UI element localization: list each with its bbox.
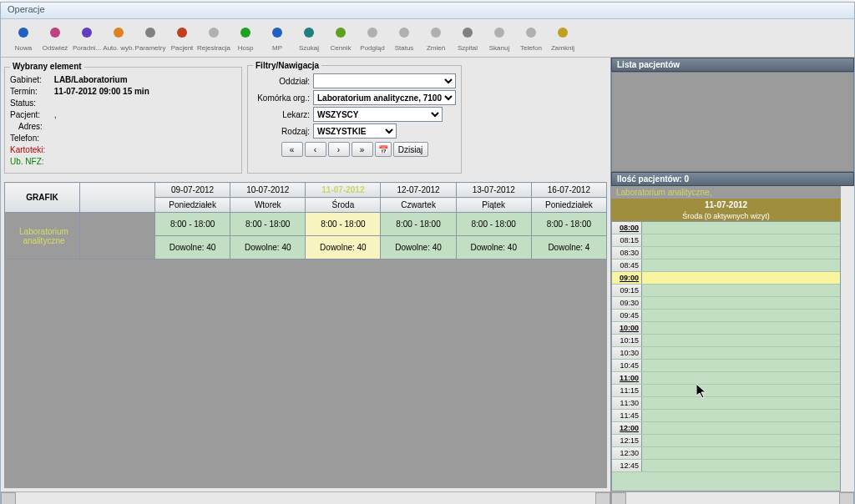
nav-next-day-button[interactable]: › <box>328 142 350 157</box>
svg-point-5 <box>177 28 187 38</box>
today-button[interactable]: Dzisiaj <box>393 142 428 157</box>
time-slot[interactable]: 09:00 <box>612 272 840 285</box>
time-slot[interactable]: 12:30 <box>612 447 840 460</box>
skanuj-button[interactable]: Skanuj <box>483 21 515 56</box>
hosp-button[interactable]: Hosp <box>230 21 261 56</box>
komorka-select[interactable]: Laboratorium analityczne, 7100 <box>313 90 456 105</box>
time-slot[interactable]: 11:45 <box>612 410 840 422</box>
selected-element-title: Wybrany element <box>10 61 84 73</box>
time-slot[interactable]: 10:45 <box>612 360 840 372</box>
svg-point-13 <box>431 28 441 38</box>
selected-element-panel: Wybrany element Gabinet: LAB/Laboratoriu… <box>4 61 242 174</box>
slots-horizontal-scrollbar[interactable] <box>611 491 854 504</box>
lekarz-select[interactable]: WSZYSCY <box>313 107 443 122</box>
time-slot[interactable]: 12:15 <box>612 435 840 447</box>
patient-count-bar: Ilość pacjentów: 0 <box>611 172 854 186</box>
szukaj-button[interactable]: Szukaj <box>293 21 325 56</box>
svg-point-2 <box>82 28 92 38</box>
time-slot[interactable]: 10:15 <box>612 335 840 347</box>
time-slot[interactable]: 09:45 <box>612 310 840 322</box>
slots-scrollbar-top[interactable] <box>841 186 854 221</box>
time-slot[interactable]: 11:00 <box>612 372 840 385</box>
horizontal-scrollbar[interactable] <box>1 491 610 504</box>
svg-point-16 <box>526 28 536 38</box>
zamknij-button[interactable]: Zamknij <box>547 21 579 56</box>
svg-point-3 <box>114 28 124 38</box>
schedule-date-sub: Środa (0 aktywnych wizyt) <box>611 211 841 221</box>
filters-title: Filtry/Nawigacja <box>253 61 321 70</box>
pacjent-button[interactable]: Pacjent <box>166 21 198 56</box>
svg-point-1 <box>50 28 60 38</box>
svg-point-17 <box>558 28 568 38</box>
svg-point-15 <box>494 28 504 38</box>
schedule-lab-label: Laboratorium analityczne, <box>611 186 841 199</box>
svg-point-4 <box>145 28 155 38</box>
zmien-button[interactable]: Zmień <box>420 21 452 56</box>
nav-prev-day-button[interactable]: ‹ <box>305 142 326 157</box>
odswiez-button[interactable]: Odśwież <box>39 21 71 56</box>
parametry-button[interactable]: Parametry <box>134 21 166 56</box>
svg-point-0 <box>18 28 28 38</box>
rejestracja-button[interactable]: Rejestracja <box>198 21 230 56</box>
main-toolbar: NowaOdświeżPoradni...Auto. wyb.Parametry… <box>1 19 854 58</box>
time-slot[interactable]: 09:15 <box>612 285 840 297</box>
time-slot[interactable]: 08:00 <box>612 222 840 234</box>
szpital-button[interactable]: Szpital <box>452 21 483 56</box>
schedule-grid[interactable]: GRAFIK09-07-201210-07-201211-07-201212-0… <box>4 182 607 488</box>
filters-panel: Filtry/Nawigacja Oddział: Komórka org.:L… <box>247 61 462 174</box>
svg-point-8 <box>272 28 282 38</box>
time-slot[interactable]: 10:30 <box>612 347 840 360</box>
patient-list-header: Lista pacjentów <box>611 58 854 72</box>
podglad-button[interactable]: Podgląd <box>357 21 388 56</box>
window-titlebar: Operacje <box>1 3 854 19</box>
svg-point-7 <box>240 28 250 38</box>
patient-list-box[interactable] <box>611 72 854 172</box>
time-slot[interactable]: 08:30 <box>612 247 840 260</box>
time-slot[interactable]: 08:45 <box>612 260 840 272</box>
cennik-button[interactable]: Cennik <box>325 21 357 56</box>
time-slot[interactable]: 12:00 <box>612 422 840 435</box>
nav-prev-week-button[interactable]: « <box>281 142 303 157</box>
status-button[interactable]: Status <box>388 21 420 56</box>
svg-point-10 <box>336 28 346 38</box>
mp-button[interactable]: MP <box>261 21 293 56</box>
telefon-button[interactable]: Telefon <box>515 21 547 56</box>
time-slot[interactable]: 11:15 <box>612 385 840 397</box>
autowyb-button[interactable]: Auto. wyb. <box>103 21 134 56</box>
svg-point-9 <box>304 28 314 38</box>
time-slot[interactable]: 09:30 <box>612 297 840 310</box>
time-slot[interactable]: 10:00 <box>612 322 840 335</box>
schedule-date-header: 11-07-2012 <box>611 199 841 211</box>
time-slots[interactable]: 08:0008:1508:3008:4509:0009:1509:3009:45… <box>611 221 841 491</box>
time-slot[interactable]: 12:45 <box>612 460 840 472</box>
svg-point-6 <box>209 28 219 38</box>
time-slot[interactable]: 11:30 <box>612 397 840 410</box>
svg-point-12 <box>399 28 409 38</box>
svg-point-14 <box>463 28 473 38</box>
poradnie-button[interactable]: Poradni... <box>71 21 103 56</box>
nowa-button[interactable]: Nowa <box>8 21 39 56</box>
calendar-button[interactable]: 📅 <box>375 142 392 157</box>
slots-scrollbar[interactable] <box>841 221 854 491</box>
nav-next-week-button[interactable]: » <box>352 142 373 157</box>
time-slot[interactable]: 08:15 <box>612 234 840 247</box>
oddzial-select[interactable] <box>313 73 456 88</box>
rodzaj-select[interactable]: WSZYSTKIE <box>313 123 397 139</box>
svg-point-11 <box>367 28 377 38</box>
window-title: Operacje <box>8 4 45 14</box>
